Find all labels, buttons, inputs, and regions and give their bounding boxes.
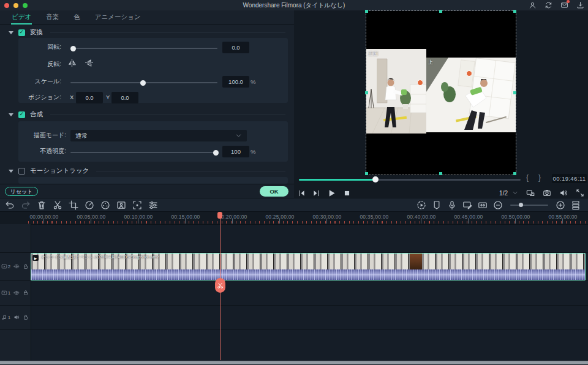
mark-in-button[interactable]: { — [526, 173, 529, 182]
collapse-caret-icon[interactable] — [9, 31, 13, 34]
color-match-icon[interactable] — [100, 200, 110, 210]
messages-icon[interactable] — [560, 1, 568, 9]
timeline-zoom-knob[interactable] — [519, 203, 523, 207]
speaker-icon[interactable] — [13, 314, 20, 320]
preview-canvas[interactable]: 正面 — [366, 11, 516, 175]
selection-handle[interactable] — [365, 91, 368, 94]
chevron-down-icon — [235, 132, 242, 139]
volume-icon[interactable] — [559, 189, 568, 197]
video-track-icon — [1, 290, 7, 296]
collapse-caret-icon[interactable] — [9, 170, 13, 173]
playback-speed-value[interactable]: 1/2 — [499, 190, 508, 197]
tab-animation[interactable]: アニメーション — [94, 10, 141, 24]
transform-checkbox[interactable] — [18, 29, 25, 36]
zoom-out-icon[interactable] — [493, 200, 503, 210]
mixer-icon[interactable] — [478, 200, 488, 210]
scale-value-field[interactable] — [222, 76, 249, 88]
marker-icon[interactable] — [432, 200, 442, 210]
selection-handle[interactable] — [439, 10, 442, 13]
opacity-slider[interactable] — [70, 152, 217, 153]
fullscreen-icon[interactable] — [576, 189, 584, 197]
eye-icon[interactable] — [13, 263, 20, 269]
tab-video[interactable]: ビデオ — [11, 10, 32, 24]
scale-slider-knob[interactable] — [140, 80, 146, 86]
playhead-handle[interactable] — [217, 212, 222, 219]
ok-button[interactable]: OK — [260, 186, 288, 197]
rotate-slider[interactable] — [70, 48, 217, 49]
undo-icon[interactable] — [5, 200, 15, 210]
step-forward-icon[interactable] — [312, 189, 320, 197]
selection-handle[interactable] — [439, 172, 442, 175]
screen-record-icon[interactable] — [462, 200, 472, 210]
split-icon[interactable] — [53, 200, 62, 210]
flip-h-icon[interactable] — [67, 58, 77, 67]
scale-slider[interactable] — [70, 82, 217, 83]
snapshot-icon[interactable] — [543, 189, 551, 197]
selection-handle[interactable] — [513, 91, 516, 94]
seek-bar[interactable] — [299, 179, 521, 181]
account-icon[interactable] — [529, 1, 537, 9]
crop-icon[interactable] — [69, 200, 78, 210]
selection-handle[interactable] — [365, 10, 368, 13]
selection-handle[interactable] — [365, 172, 368, 175]
voiceover-icon[interactable] — [447, 200, 457, 210]
seek-handle[interactable] — [372, 176, 379, 182]
collapse-caret-icon[interactable] — [9, 113, 13, 116]
position-x-field[interactable] — [76, 92, 103, 103]
track-header-video-2[interactable]: 2 — [0, 252, 30, 280]
lock-icon[interactable] — [23, 290, 29, 296]
delete-icon[interactable] — [37, 200, 47, 210]
eye-icon[interactable] — [13, 290, 20, 296]
tab-audio[interactable]: 音楽 — [45, 10, 59, 24]
blend-mode-select[interactable]: 通常 — [70, 130, 247, 141]
speed-chevron-icon[interactable] — [512, 190, 518, 196]
preview-video-front[interactable]: 正面 — [366, 49, 426, 134]
composite-checkbox[interactable] — [18, 111, 25, 118]
dual-screen-icon[interactable] — [526, 189, 535, 197]
stop-icon[interactable] — [343, 189, 351, 197]
flip-v-icon[interactable] — [85, 58, 94, 67]
chroma-key-icon[interactable] — [116, 200, 126, 210]
play-icon[interactable] — [327, 189, 336, 198]
selection-handle[interactable] — [513, 172, 516, 175]
timeline-clip[interactable]: ▶ オンライン生配信イベント-2021年4月14日09-Snapshot.wmv — [31, 253, 586, 280]
rotate-slider-knob[interactable] — [70, 46, 76, 51]
opacity-value-field[interactable] — [222, 146, 249, 157]
sync-icon[interactable] — [545, 1, 552, 9]
video-track-icon — [1, 263, 7, 269]
motion-track-card — [18, 177, 288, 184]
track-height-icon[interactable] — [571, 200, 581, 210]
properties-tabbar: ビデオ 音楽 色 アニメーション — [0, 10, 294, 24]
motion-track-checkbox[interactable] — [18, 168, 25, 175]
timeline-ruler[interactable]: 00:00:00:0000:05:00:0000:10:00:0000:15:0… — [0, 212, 588, 225]
timeline-zoom-slider[interactable] — [510, 205, 548, 206]
lock-icon[interactable] — [23, 263, 29, 269]
speed-icon[interactable] — [85, 200, 94, 210]
split-playhead-button[interactable] — [215, 278, 225, 293]
render-preview-icon[interactable] — [417, 200, 426, 210]
tab-color[interactable]: 色 — [73, 10, 81, 24]
rotate-value-field[interactable] — [222, 42, 249, 53]
motion-track-icon[interactable] — [132, 200, 142, 210]
opacity-slider-knob[interactable] — [213, 150, 219, 156]
position-y-field[interactable] — [111, 92, 138, 103]
step-back-icon[interactable] — [298, 189, 306, 197]
reset-button[interactable]: リセット — [5, 187, 38, 196]
section-title: 変換 — [30, 28, 43, 37]
seek-progress — [299, 179, 375, 181]
preview-video-top[interactable]: 上 — [426, 58, 516, 132]
ruler-label: 00:35:00:00 — [360, 214, 388, 220]
redo-icon[interactable] — [21, 200, 31, 210]
zoom-in-icon[interactable] — [556, 200, 565, 210]
track-header-audio-1[interactable]: 1 — [0, 305, 30, 329]
scale-label: スケール: — [18, 77, 61, 86]
mark-out-button[interactable]: } — [538, 173, 541, 182]
composite-card: 描画モード: 通常 不透明度: % — [18, 121, 288, 162]
clip-audio-waveform — [31, 269, 585, 280]
adjust-icon[interactable] — [148, 200, 158, 210]
lock-icon[interactable] — [23, 314, 29, 320]
track-header-video-1[interactable]: 1 — [0, 280, 30, 305]
selection-handle[interactable] — [513, 10, 516, 13]
export-icon[interactable] — [576, 1, 584, 9]
timeline-horizontal-scrollbar[interactable] — [0, 361, 588, 364]
